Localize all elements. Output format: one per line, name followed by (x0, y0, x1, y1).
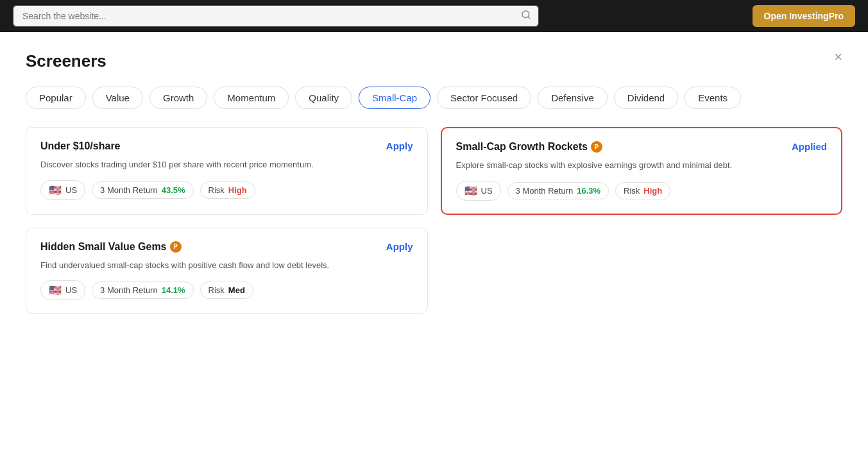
return-value: 16.3% (577, 186, 600, 196)
region-label: US (65, 285, 77, 295)
card-description: Discover stocks trading under $10 per sh… (40, 158, 413, 171)
svg-line-1 (528, 17, 530, 19)
region-tag: 🇺🇸 US (40, 280, 85, 300)
filter-tab-smallcap[interactable]: Small-Cap (359, 87, 430, 109)
card-title: Under $10/share (40, 140, 121, 152)
card-description: Explore small-cap stocks with explosive … (456, 159, 828, 172)
filter-tabs-container: PopularValueGrowthMomentumQualitySmall-C… (26, 87, 842, 109)
pro-badge: P (170, 241, 182, 253)
search-icon (521, 10, 531, 22)
card-tags: 🇺🇸 US 3 Month Return 43.5% Risk High (40, 180, 413, 200)
card-tags: 🇺🇸 US 3 Month Return 14.1% Risk Med (40, 280, 413, 300)
filter-tab-sector[interactable]: Sector Focused (437, 87, 531, 109)
card-header: Under $10/share Apply (40, 140, 413, 152)
flag-icon: 🇺🇸 (464, 185, 477, 197)
region-label: US (481, 186, 493, 196)
pro-badge: P (591, 141, 602, 153)
return-tag: 3 Month Return 16.3% (507, 182, 609, 199)
region-label: US (65, 185, 77, 195)
flag-icon: 🇺🇸 (49, 284, 62, 296)
return-tag: 3 Month Return 14.1% (92, 282, 193, 299)
flag-icon: 🇺🇸 (49, 184, 62, 196)
filter-tab-momentum[interactable]: Momentum (214, 87, 289, 109)
return-tag: 3 Month Return 43.5% (92, 181, 193, 199)
filter-tab-popular[interactable]: Popular (26, 87, 86, 109)
return-value: 43.5% (162, 185, 185, 195)
card-header: Hidden Small Value Gems P Apply (40, 241, 413, 253)
return-value: 14.1% (162, 285, 185, 295)
filter-tab-dividend[interactable]: Dividend (614, 87, 678, 109)
risk-tag: Risk Med (200, 282, 253, 299)
card-title: Hidden Small Value Gems P (40, 241, 182, 253)
screeners-modal: Screeners × PopularValueGrowthMomentumQu… (0, 32, 868, 463)
region-tag: 🇺🇸 US (456, 181, 501, 201)
filter-tab-events[interactable]: Events (685, 87, 741, 109)
card-description: Find undervalued small-cap stocks with p… (40, 259, 413, 272)
applied-label: Applied (792, 141, 827, 152)
risk-tag: Risk High (200, 181, 255, 199)
search-container (13, 5, 539, 27)
apply-button[interactable]: Apply (386, 241, 413, 252)
search-input[interactable] (13, 5, 539, 27)
risk-value: Med (228, 285, 245, 295)
filter-tab-value[interactable]: Value (92, 87, 143, 109)
region-tag: 🇺🇸 US (40, 180, 85, 200)
open-investingpro-button[interactable]: Open InvestingPro (753, 5, 855, 27)
card-title: Small-Cap Growth Rockets P (456, 141, 602, 153)
svg-point-0 (522, 11, 529, 18)
filter-tab-quality[interactable]: Quality (295, 87, 352, 109)
risk-value: High (643, 186, 662, 196)
card-header: Small-Cap Growth Rockets P Applied (456, 141, 828, 153)
screener-card-smallcap-growth: Small-Cap Growth Rockets P Applied Explo… (441, 127, 843, 215)
filter-tab-growth[interactable]: Growth (149, 87, 207, 109)
risk-tag: Risk High (615, 182, 670, 199)
apply-button[interactable]: Apply (386, 140, 413, 151)
close-button[interactable]: × (834, 50, 842, 64)
modal-title: Screeners (26, 51, 842, 71)
screener-card-hidden-gems: Hidden Small Value Gems P Apply Find und… (26, 228, 428, 314)
screener-cards-grid: Under $10/share Apply Discover stocks tr… (26, 127, 842, 314)
card-tags: 🇺🇸 US 3 Month Return 16.3% Risk High (456, 181, 828, 201)
screener-card-under10: Under $10/share Apply Discover stocks tr… (26, 127, 428, 215)
top-bar: Open InvestingPro (0, 0, 868, 32)
filter-tab-defensive[interactable]: Defensive (538, 87, 608, 109)
risk-value: High (228, 185, 247, 195)
